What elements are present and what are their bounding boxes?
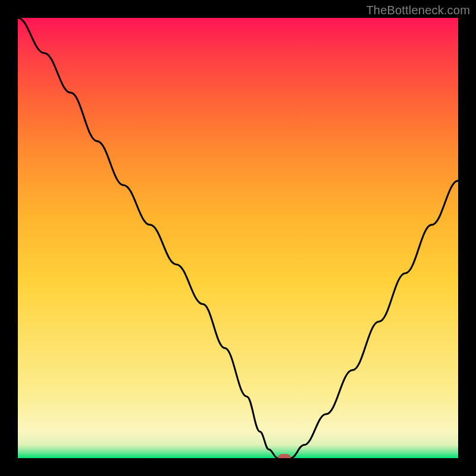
watermark-label: TheBottleneck.com (366, 4, 470, 17)
chart-container: TheBottleneck.com (0, 0, 476, 476)
optimal-marker (278, 454, 291, 458)
plot-area (18, 18, 458, 458)
chart-svg (18, 18, 458, 458)
gradient-background (18, 18, 458, 458)
